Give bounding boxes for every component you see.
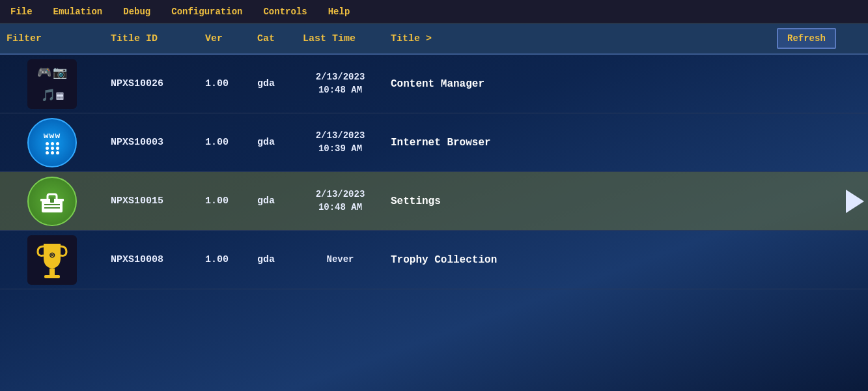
svg-rect-6 <box>44 275 60 278</box>
cat-settings: gda <box>251 195 296 207</box>
header-filter: Filter <box>0 33 104 44</box>
lasttime-settings: 2/13/2023 10:48 AM <box>296 188 384 214</box>
title-browser: Internet Browser <box>384 137 868 149</box>
app-icon-content-manager: 🎮 📷 🎵 ▦ <box>0 59 104 109</box>
ver-settings: 1.00 <box>199 195 251 207</box>
svg-rect-5 <box>49 268 55 275</box>
header-title: Title > <box>384 33 764 44</box>
app-icon-settings <box>0 177 104 226</box>
menu-file[interactable]: File <box>7 4 36 20</box>
app-icon-trophy: ⊗ <box>0 235 104 285</box>
menu-debug[interactable]: Debug <box>119 4 154 20</box>
bottom-empty-area <box>0 289 868 391</box>
titleid-trophy: NPXS10008 <box>104 254 199 265</box>
titleid-content-manager: NPXS10026 <box>104 78 199 89</box>
header-cat: Cat <box>251 33 296 44</box>
app-icon-browser: www <box>0 118 104 167</box>
selected-row-arrow <box>846 190 864 213</box>
header-refresh: Refresh <box>764 28 835 49</box>
menu-emulation[interactable]: Emulation <box>49 4 107 20</box>
lasttime-content-manager: 2/13/2023 10:48 AM <box>296 71 384 96</box>
table-header: Filter Title ID Ver Cat Last Time Title … <box>0 23 868 55</box>
cat-content-manager: gda <box>251 78 296 89</box>
menubar: File Emulation Debug Configuration Contr… <box>0 0 868 23</box>
ver-trophy: 1.00 <box>199 254 251 265</box>
title-content-manager: Content Manager <box>384 78 868 90</box>
menu-configuration[interactable]: Configuration <box>167 4 246 20</box>
lasttime-trophy: Never <box>296 253 384 267</box>
table-row[interactable]: NPXS10015 1.00 gda 2/13/2023 10:48 AM Se… <box>0 172 868 231</box>
ver-browser: 1.00 <box>199 137 251 148</box>
lasttime-browser: 2/13/2023 10:39 AM <box>296 130 384 155</box>
header-titleid: Title ID <box>104 33 199 44</box>
refresh-button[interactable]: Refresh <box>777 28 836 49</box>
menu-controls[interactable]: Controls <box>259 4 311 20</box>
menu-help[interactable]: Help <box>324 4 354 20</box>
game-list-table: Filter Title ID Ver Cat Last Time Title … <box>0 23 868 289</box>
titleid-browser: NPXS10003 <box>104 137 199 148</box>
toolbox-svg <box>38 188 66 215</box>
table-row[interactable]: www NPXS10003 1.00 gda <box>0 113 868 172</box>
table-row[interactable]: 🎮 📷 🎵 ▦ NPXS10026 1.00 gda 2/13/2023 10:… <box>0 55 868 113</box>
header-lasttime: Last Time <box>296 33 384 44</box>
svg-rect-2 <box>50 197 54 203</box>
header-ver: Ver <box>199 33 251 44</box>
title-trophy: Trophy Collection <box>384 254 868 266</box>
table-row[interactable]: ⊗ NPXS10008 1.00 gda Never Trophy Collec… <box>0 231 868 289</box>
svg-text:⊗: ⊗ <box>49 250 55 261</box>
cat-browser: gda <box>251 137 296 148</box>
cat-trophy: gda <box>251 254 296 265</box>
titleid-settings: NPXS10015 <box>104 195 199 207</box>
trophy-svg: ⊗ <box>35 240 69 280</box>
title-settings: Settings <box>384 195 868 207</box>
ver-content-manager: 1.00 <box>199 78 251 89</box>
